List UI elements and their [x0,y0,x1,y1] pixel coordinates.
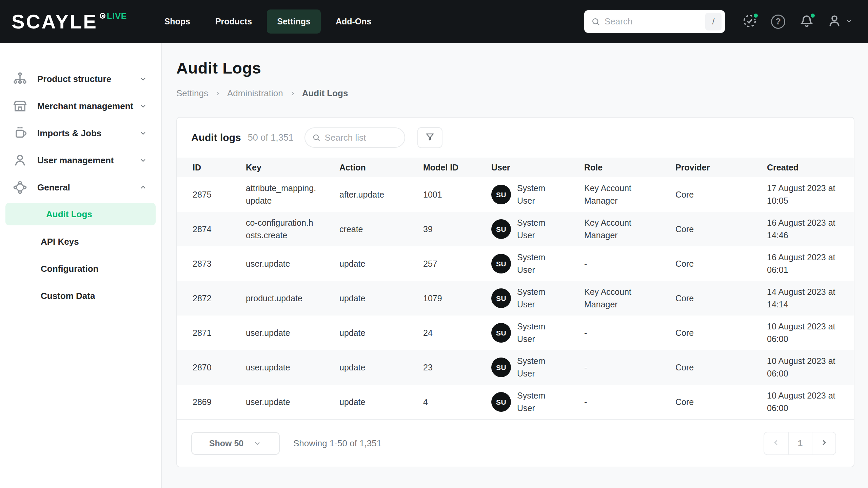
cell-action: after.update [339,188,423,201]
card-header: Audit logs 50 of 1,351 [177,118,854,158]
table-body: 2875 attribute_mapping.update after.upda… [177,177,854,419]
column-header-provider[interactable]: Provider [675,163,767,172]
sidebar-subitem-audit-logs[interactable]: Audit Logs [5,203,156,225]
cell-user: SU System User [491,355,584,380]
nav-tab-settings[interactable]: Settings [267,9,321,34]
filter-button[interactable] [417,127,442,148]
previous-page-button[interactable] [764,432,788,454]
list-search-input[interactable] [325,133,398,143]
chevron-down-icon [139,75,147,83]
table-row[interactable]: 2872 product.update update 1079 SU Syste… [177,281,854,316]
cell-user: SU System User [491,217,584,242]
scayle-logo[interactable]: SCAYLE LIVE [12,11,127,33]
global-search[interactable]: / [584,10,725,33]
cell-role: - [584,361,639,374]
notifications-button[interactable] [798,13,815,30]
column-header-role[interactable]: Role [584,163,675,172]
sidebar-item-label: Merchant management [37,101,133,111]
chevron-right-icon [214,90,221,97]
chevron-down-icon [139,102,147,110]
column-header-created[interactable]: Created [767,163,840,172]
chevron-left-icon [772,438,781,448]
column-header-model-id[interactable]: Model ID [423,163,491,172]
help-button[interactable]: ? [770,13,787,30]
cell-user: SU System User [491,182,584,207]
topbar-right: / ? [584,10,853,33]
current-page-button[interactable]: 1 [788,432,812,454]
column-header-id[interactable]: ID [193,163,246,172]
user-name: System User [517,286,555,311]
list-search[interactable] [304,127,405,148]
cell-role: Key Account Manager [584,286,639,311]
topbar: SCAYLE LIVE Shops Products Settings Add-… [0,0,868,43]
column-header-action[interactable]: Action [339,163,423,172]
cell-role: - [584,258,639,270]
nav-tab-products[interactable]: Products [205,9,262,34]
sidebar-item-general[interactable]: General [0,174,161,201]
cell-action: update [339,258,423,270]
sitemap-icon [12,71,28,87]
column-header-key[interactable]: Key [246,163,339,172]
table-row[interactable]: 2874 co-configuration.hosts.create creat… [177,212,854,246]
table-row[interactable]: 2875 attribute_mapping.update after.upda… [177,177,854,212]
sidebar-item-imports-jobs[interactable]: Imports & Jobs [0,120,161,147]
sidebar-subitem-custom-data[interactable]: Custom Data [0,282,161,309]
sidebar-item-product-structure[interactable]: Product structure [0,65,161,93]
cell-created: 10 August 2023 at 06:00 [767,320,840,345]
user-avatar: SU [491,219,511,239]
cell-provider: Core [675,258,767,270]
cell-role: - [584,327,639,339]
user-avatar: SU [491,323,511,343]
table-row[interactable]: 2869 user.update update 4 SU System User… [177,385,854,419]
user-avatar-icon [827,13,842,30]
user-name: System User [517,320,555,345]
global-search-input[interactable] [605,16,705,27]
chevron-down-icon [139,156,147,165]
cell-user: SU System User [491,286,584,311]
nav-tab-shops[interactable]: Shops [154,9,200,34]
cell-provider: Core [675,223,767,236]
cell-id: 2872 [193,292,246,305]
help-icon: ? [771,15,785,29]
breadcrumb-settings[interactable]: Settings [176,88,208,99]
result-count: 50 of 1,351 [248,133,294,143]
breadcrumb-administration[interactable]: Administration [227,88,283,99]
user-menu-button[interactable] [827,13,853,30]
search-shortcut-key: / [705,13,722,30]
page-size-select[interactable]: Show 50 [191,432,280,455]
table-row[interactable]: 2871 user.update update 24 SU System Use… [177,316,854,350]
sidebar-item-merchant-management[interactable]: Merchant management [0,93,161,120]
mug-icon [12,125,28,141]
cell-key: attribute_mapping.update [246,182,318,207]
cell-model-id: 23 [423,361,491,374]
cell-action: update [339,327,423,339]
status-button[interactable] [741,13,758,30]
cell-user: SU System User [491,320,584,345]
table-row[interactable]: 2870 user.update update 23 SU System Use… [177,350,854,385]
next-page-button[interactable] [812,432,835,454]
column-header-user[interactable]: User [491,163,584,172]
nodes-icon [12,180,28,195]
cell-model-id: 1001 [423,188,491,201]
live-badge: LIVE [107,12,127,21]
sidebar-item-label: General [37,182,70,193]
user-name: System User [517,217,555,242]
nav-tab-addons[interactable]: Add-Ons [326,9,382,34]
chevron-down-icon [139,129,147,138]
sidebar-item-user-management[interactable]: User management [0,147,161,174]
search-icon [312,133,321,142]
sidebar-subitem-configuration[interactable]: Configuration [0,255,161,282]
cell-created: 14 August 2023 at 14:14 [767,286,840,311]
chevron-down-icon [253,439,262,448]
cell-key: user.update [246,258,318,270]
user-name: System User [517,251,555,276]
page-size-label: Show 50 [209,439,243,448]
table-row[interactable]: 2873 user.update update 257 SU System Us… [177,246,854,281]
cell-model-id: 39 [423,223,491,236]
user-avatar: SU [491,254,511,273]
cell-action: update [339,396,423,408]
cell-id: 2871 [193,327,246,339]
cell-role: Key Account Manager [584,217,639,242]
status-notification-dot [752,12,759,19]
sidebar-subitem-api-keys[interactable]: API Keys [0,228,161,255]
